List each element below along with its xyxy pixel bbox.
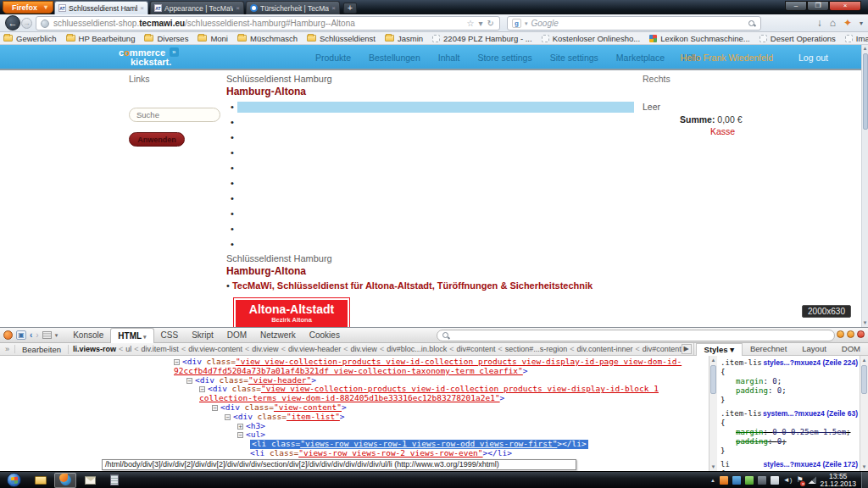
toolbar-overflow-caret-icon[interactable]: ▾: [860, 16, 863, 30]
css-property[interactable]: margin: 0 0 0.25em 1.5em;: [721, 428, 858, 437]
forward-button[interactable]: →: [21, 18, 32, 29]
styles-scrollbar[interactable]: ▲ ▼: [860, 356, 868, 471]
personas-icon[interactable]: ✦: [843, 16, 852, 30]
breadcrumb-item[interactable]: div.view-header: [288, 345, 341, 353]
network-icon[interactable]: [808, 476, 816, 484]
firebug-back-icon[interactable]: ‹: [30, 330, 32, 340]
search-engine-caret-icon[interactable]: ▾: [525, 20, 528, 27]
css-source-link[interactable]: system...?mxuez4 (Zeile 63): [761, 409, 858, 419]
taskbar-app-calculator[interactable]: [103, 473, 125, 488]
firebug-tab-skript[interactable]: Skript: [185, 328, 220, 343]
bookmark-item[interactable]: Kostenloser Onlinesho...: [542, 34, 641, 43]
commerce-kickstart-logo[interactable]: commerce» kickstart.: [119, 47, 179, 67]
admin-menu-item[interactable]: Produkte: [315, 53, 351, 63]
volume-icon[interactable]: ◄): [783, 476, 793, 485]
list-item[interactable]: •: [226, 192, 635, 208]
breadcrumb-item[interactable]: div.view: [252, 345, 278, 353]
orange-app-icon[interactable]: [720, 476, 728, 485]
css-rule[interactable]: .item-list ul lisystem...?mxuez4 (Zeile …: [721, 409, 858, 456]
side-tab-layout[interactable]: Layout: [794, 343, 834, 356]
search-icon[interactable]: [748, 20, 755, 27]
apply-filter-button[interactable]: Anwenden: [129, 132, 185, 147]
css-rule[interactable]: listyles...?mxuez4 (Zeile 172){margin: 0…: [721, 460, 858, 471]
html-tree-node[interactable]: −<div class="view-content">: [0, 403, 709, 413]
breadcrumb-options-icon[interactable]: »: [0, 345, 15, 353]
tab-close-icon[interactable]: ×: [236, 4, 240, 12]
close-button[interactable]: ×: [829, 1, 861, 11]
bookmark-star-icon[interactable]: ☆: [467, 19, 475, 28]
tab-close-icon[interactable]: ×: [331, 4, 336, 12]
expander-icon[interactable]: −: [174, 359, 180, 365]
firebug-tab-konsole[interactable]: Konsole: [66, 328, 110, 343]
bookmark-item[interactable]: HP Bearbeitung: [66, 34, 136, 43]
html-tree-scrollbar[interactable]: ▲ ▼: [709, 356, 717, 471]
breadcrumb-item[interactable]: section#...s-region: [505, 345, 568, 353]
breadcrumb-item[interactable]: ul: [125, 345, 131, 353]
admin-menu-item[interactable]: Inhalt: [438, 53, 460, 63]
show-desktop-button[interactable]: [861, 472, 868, 488]
firebug-tab-css[interactable]: CSS: [154, 328, 186, 343]
firebug-search-box[interactable]: [437, 330, 835, 341]
admin-menu-item[interactable]: Site settings: [550, 53, 598, 63]
list-item[interactable]: •: [226, 147, 635, 162]
expander-icon[interactable]: −: [212, 405, 218, 411]
firebug-tab-cookies[interactable]: Cookies: [303, 328, 347, 343]
clipboard-app-icon[interactable]: [771, 476, 779, 485]
firefox-menu-button[interactable]: Firefox ▾: [3, 1, 53, 14]
side-tab-styles[interactable]: Styles ▾: [696, 343, 743, 356]
minimize-button[interactable]: –: [785, 1, 807, 11]
list-item[interactable]: •: [226, 101, 635, 116]
css-property[interactable]: padding: 0;: [721, 386, 858, 396]
taskbar-clock[interactable]: 13:55 21.12.2013: [820, 473, 856, 488]
usb-eject-icon[interactable]: [745, 476, 754, 485]
tab-close-icon[interactable]: ×: [140, 4, 144, 12]
html-tree-node[interactable]: −<div class="view view-collection-produc…: [0, 358, 709, 376]
panel-list-icon[interactable]: [42, 331, 52, 339]
expander-icon[interactable]: −: [186, 378, 192, 384]
downloads-icon[interactable]: ↓: [817, 16, 822, 30]
html-tree-node[interactable]: −<div class="item-list">: [0, 413, 709, 422]
expander-icon[interactable]: −: [225, 414, 231, 420]
list-item[interactable]: •: [226, 131, 635, 147]
list-item[interactable]: •: [226, 177, 635, 192]
firebug-tab-html[interactable]: HTML ▾: [110, 328, 153, 343]
scroll-up-icon[interactable]: ▲: [860, 356, 868, 364]
breadcrumb-item[interactable]: div.content-inner: [577, 345, 633, 353]
list-item[interactable]: •: [226, 208, 635, 223]
site-identity-globe-icon[interactable]: [41, 19, 49, 28]
admin-menu-item[interactable]: Marketplace: [616, 53, 665, 63]
css-selector[interactable]: li: [721, 460, 730, 469]
breadcrumb-item[interactable]: div#bloc...in.block: [387, 345, 447, 353]
hidden-icons-icon[interactable]: ▲: [710, 478, 715, 483]
scrollbar-thumb[interactable]: [861, 365, 867, 394]
bookmark-item[interactable]: Moni: [198, 34, 228, 43]
browser-tab[interactable]: ATSchlüsseldienst Hamburg | TecMaWi'...×: [54, 1, 148, 14]
logout-link[interactable]: Log out: [798, 53, 828, 63]
css-property[interactable]: margin: 0;: [721, 377, 858, 386]
scroll-up-icon[interactable]: ▲: [709, 356, 717, 364]
firebug-detach-icon[interactable]: [847, 330, 854, 338]
list-item[interactable]: •: [226, 223, 635, 238]
search-bar[interactable]: g ▾ Google: [507, 16, 761, 30]
taskbar-app-mail[interactable]: [79, 473, 101, 488]
media-app-icon[interactable]: [758, 476, 766, 485]
blue-app-icon[interactable]: [732, 476, 741, 485]
css-source-link[interactable]: styles...?mxuez4 (Zeile 172): [762, 460, 859, 469]
breadcrumb-item[interactable]: div#content-column: [643, 345, 682, 353]
url-bar[interactable]: schluesseldienst-shop.tecmawi.eu/schlues…: [36, 16, 500, 30]
start-button[interactable]: [7, 473, 21, 487]
expander-icon[interactable]: −: [237, 432, 243, 438]
action-center-icon[interactable]: [796, 476, 804, 485]
firebug-forward-icon[interactable]: ›: [36, 330, 38, 340]
bookmark-item[interactable]: Lexikon Suchmaschine...: [649, 34, 750, 43]
taskbar-app-windows-explorer[interactable]: [30, 473, 52, 488]
url-dropdown-icon[interactable]: ▾: [479, 19, 483, 28]
browser-tab[interactable]: Türsicherheit | TecMaWi Sicherheitss...×: [246, 1, 340, 14]
list-item[interactable]: •: [226, 116, 635, 131]
checkout-link[interactable]: Kasse: [710, 126, 735, 136]
side-tab-berechnet[interactable]: Berechnet: [743, 343, 794, 356]
breadcrumb-item[interactable]: div.view-content: [188, 345, 242, 353]
css-source-link[interactable]: styles...?mxuez4 (Zeile 224): [762, 358, 859, 368]
bookmark-item[interactable]: ImageShack® - Onlin...: [845, 34, 868, 43]
page-scrollbar[interactable]: ▲ ▼: [861, 45, 868, 327]
